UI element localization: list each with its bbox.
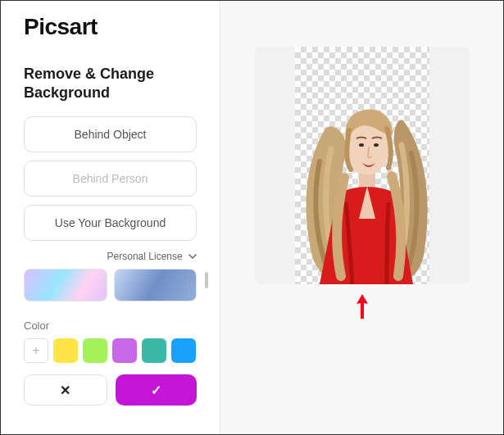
action-row: ✕ ✓	[24, 374, 197, 406]
svg-point-3	[374, 143, 379, 147]
confirm-button[interactable]: ✓	[116, 374, 198, 406]
use-your-background-button[interactable]: Use Your Background	[24, 205, 197, 241]
color-swatch-green[interactable]	[83, 338, 107, 363]
color-swatch-teal[interactable]	[142, 338, 166, 363]
subject-person	[280, 71, 444, 284]
background-thumb-2[interactable]	[114, 269, 198, 301]
thumbnail-scrollbar[interactable]	[205, 272, 208, 288]
app-root: Picsart Remove & Change Background Behin…	[1, 1, 503, 434]
color-section-label: Color	[24, 319, 197, 332]
behind-object-button[interactable]: Behind Object	[24, 116, 197, 152]
add-color-button[interactable]: +	[24, 338, 48, 363]
license-label: Personal License	[107, 251, 183, 262]
cancel-button[interactable]: ✕	[24, 374, 107, 406]
image-canvas[interactable]	[255, 47, 470, 284]
section-title: Remove & Change Background	[24, 65, 197, 102]
license-dropdown[interactable]: Personal License	[24, 251, 197, 262]
color-swatch-blue[interactable]	[171, 338, 196, 363]
behind-person-button[interactable]: Behind Person	[24, 161, 197, 197]
annotation-arrow-up	[354, 292, 370, 324]
chevron-down-icon	[188, 252, 197, 261]
color-swatch-purple[interactable]	[112, 338, 137, 363]
canvas-area	[220, 1, 503, 434]
color-swatch-row: +	[24, 338, 197, 363]
background-thumbnails	[24, 269, 197, 301]
svg-point-2	[359, 143, 364, 147]
background-thumb-1[interactable]	[24, 269, 107, 301]
brand-logo: Picsart	[24, 14, 197, 40]
sidebar: Picsart Remove & Change Background Behin…	[1, 1, 220, 434]
color-swatch-yellow[interactable]	[53, 338, 78, 363]
